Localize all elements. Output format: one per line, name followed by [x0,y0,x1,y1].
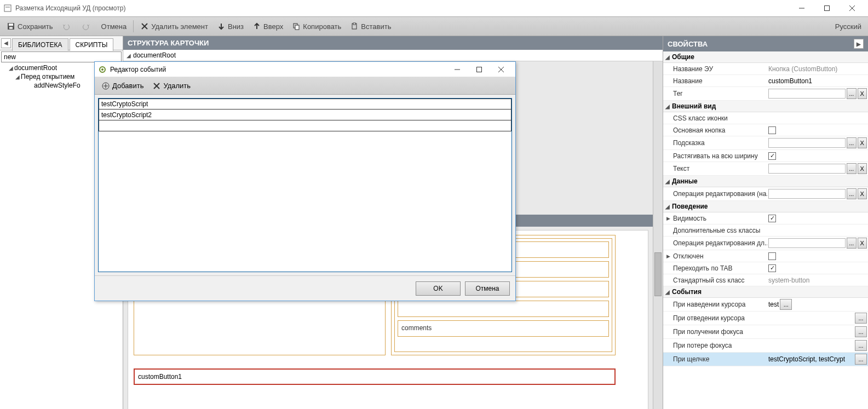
up-label: Вверх [263,22,283,31]
prop-group-common[interactable]: ◢Общие [663,51,868,63]
delete-icon [140,22,149,31]
prop-leave-more-button[interactable]: ... [855,313,867,324]
structure-header: СТРУКТУРА КАРТОЧКИ [123,36,663,50]
prop-editop2-clear-button[interactable]: X [858,238,867,249]
dialog-minimize-button[interactable] [446,62,468,77]
left-collapse-button[interactable]: ◀ [1,38,11,48]
paste-button[interactable]: Вставить [346,20,395,33]
properties-collapse-button[interactable]: ▶ [854,39,864,49]
undo-button[interactable] [58,20,77,33]
cancel-label: Отмена [101,22,127,31]
plus-circle-icon [101,82,110,90]
prop-tag-input[interactable] [768,89,846,99]
prop-editop2-more-button[interactable]: ... [847,238,856,249]
window-maximize-button[interactable] [814,0,840,16]
prop-visibility-checkbox[interactable] [768,215,776,222]
prop-on-click-row[interactable]: При щелчкеtestCryptoScript, testCrypt... [663,353,868,366]
prop-hint-input[interactable] [768,138,846,148]
paste-label: Вставить [361,22,391,31]
prop-click-value[interactable]: testCryptoScript, testCrypt [768,355,854,363]
save-button[interactable]: Сохранить [3,20,57,33]
tab-scripts[interactable]: СКРИПТЫ [70,38,114,51]
delete-element-label: Удалить элемент [151,22,208,31]
tab-library[interactable]: БИБЛИОТЕКА [12,38,68,51]
prop-text-more-button[interactable]: ... [847,163,856,174]
dialog-add-button[interactable]: Добавить [97,79,147,93]
redo-icon [82,22,90,31]
prop-group-events[interactable]: ◢События [663,286,868,298]
properties-header: СВОЙСТВА ▶ [663,36,868,51]
save-icon [7,22,15,31]
new-script-input[interactable] [101,122,509,130]
prop-tab-checkbox[interactable] [768,264,776,272]
prop-blur-more-button[interactable]: ... [855,340,867,351]
dialog-close-button[interactable] [490,62,512,77]
window-close-button[interactable] [840,0,865,16]
prop-hint-clear-button[interactable]: X [858,137,867,148]
comments-field-label: comments [401,324,432,332]
prop-editop-input[interactable] [768,189,846,199]
prop-editop2-input[interactable] [768,238,846,248]
dialog-toolbar: Добавить Удалить [95,77,515,95]
svg-rect-20 [477,67,482,72]
event-editor-dialog: Редактор событий Добавить Удалить testCr… [94,61,516,301]
undo-icon [62,22,71,31]
prop-name: Название customButton1 [663,75,868,87]
prop-name-value[interactable]: customButton1 [768,77,812,85]
svg-rect-16 [353,23,355,25]
dialog-ok-button[interactable]: OK [416,281,461,296]
prop-text-input[interactable] [768,164,846,174]
dialog-cancel-button[interactable]: Отмена [465,281,510,296]
redo-button[interactable] [78,20,96,33]
search-text: new [4,53,16,61]
svg-rect-7 [9,24,13,26]
delete-x-icon [152,82,161,90]
list-item-new[interactable] [99,120,511,131]
arrow-down-icon [217,22,226,31]
copy-icon [292,22,301,31]
window-title: Разметка Исходящий УД (просмотр) [15,4,125,12]
paste-icon [350,22,359,31]
svg-rect-3 [825,6,830,11]
structure-root-row[interactable]: ◢ documentRoot [123,50,663,61]
list-item[interactable]: testCryptoScript [99,99,511,110]
prop-tag-more-button[interactable]: ... [847,88,856,99]
canvas-scrollbar[interactable] [653,61,663,409]
save-label: Сохранить [18,22,53,31]
dialog-maximize-button[interactable] [468,62,490,77]
prop-stretch-checkbox[interactable] [768,152,776,160]
properties-panel: СВОЙСТВА ▶ ◢Общие Название ЭУ Кнопка (Cu… [663,36,868,409]
prop-group-appearance[interactable]: ◢Внешний вид [663,101,868,112]
copy-label: Копировать [303,22,341,31]
dialog-titlebar: Редактор событий [95,62,515,77]
prop-disabled-checkbox[interactable] [768,252,776,260]
list-item[interactable]: testCryptoScript2 [99,110,511,120]
move-up-button[interactable]: Вверх [249,20,287,33]
dialog-script-list: testCryptoScript testCryptoScript2 [98,98,512,272]
svg-point-18 [101,68,104,71]
script-search-input[interactable]: new [1,51,122,62]
prop-click-more-button[interactable]: ... [855,354,867,365]
cancel-button[interactable]: Отмена [97,20,131,33]
delete-element-button[interactable]: Удалить элемент [136,20,212,33]
prop-focus-more-button[interactable]: ... [855,326,867,337]
prop-editop-clear-button[interactable]: X [858,188,867,199]
prop-editop-more-button[interactable]: ... [847,188,856,199]
prop-hover-value[interactable]: test [768,301,779,308]
dialog-delete-button[interactable]: Удалить [148,79,194,93]
copy-button[interactable]: Копировать [288,20,345,33]
prop-group-data[interactable]: ◢Данные [663,176,868,187]
prop-hover-more-button[interactable]: ... [780,299,792,310]
language-selector[interactable]: Русский [831,22,866,31]
prop-name-eu: Название ЭУ Кнопка (CustomButton) [663,63,868,75]
prop-main-button-checkbox[interactable] [768,126,776,134]
svg-rect-8 [9,27,13,29]
move-down-button[interactable]: Вниз [213,20,248,33]
prop-tag-clear-button[interactable]: X [858,88,867,99]
prop-group-behavior[interactable]: ◢Поведение [663,201,868,212]
prop-hint-more-button[interactable]: ... [847,137,856,148]
window-minimize-button[interactable] [789,0,814,16]
svg-rect-0 [4,5,11,11]
selected-element-custombutton1[interactable]: customButton1 [134,368,616,385]
prop-text-clear-button[interactable]: X [858,163,867,174]
